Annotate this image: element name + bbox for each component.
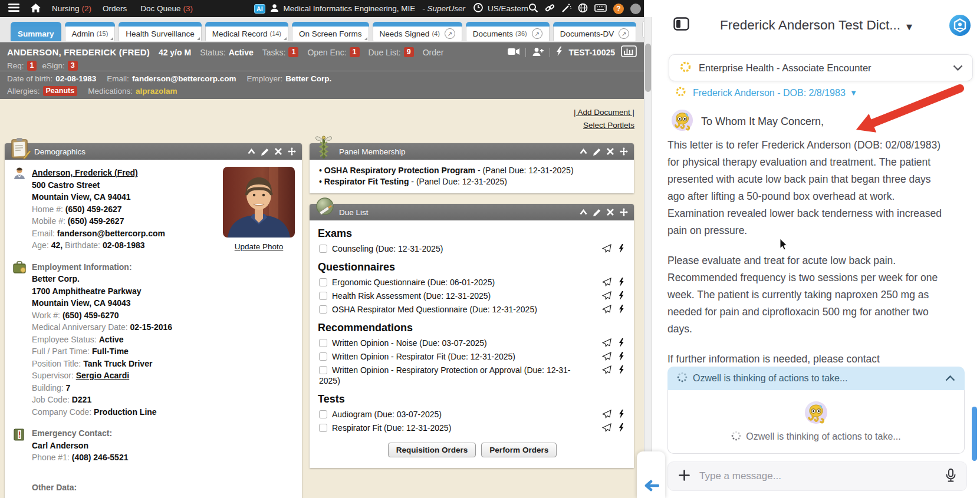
video-camera-icon[interactable] bbox=[508, 48, 519, 57]
checkbox[interactable] bbox=[319, 292, 327, 300]
move-icon[interactable] bbox=[620, 147, 628, 156]
send-order-icon[interactable] bbox=[602, 291, 611, 300]
quick-action-bolt-icon[interactable] bbox=[619, 244, 624, 253]
add-person-icon[interactable] bbox=[532, 47, 544, 58]
checkbox[interactable] bbox=[319, 424, 327, 432]
attach-plus-icon[interactable] bbox=[679, 470, 690, 483]
checkbox[interactable] bbox=[319, 366, 327, 374]
wand-icon[interactable] bbox=[561, 3, 571, 15]
quick-action-bolt-icon[interactable] bbox=[619, 338, 624, 347]
send-order-icon[interactable] bbox=[602, 410, 611, 418]
medication-value[interactable]: alprazolam bbox=[136, 87, 177, 95]
timezone-label[interactable]: US/Eastern bbox=[488, 4, 528, 13]
edit-pencil-icon[interactable] bbox=[593, 148, 601, 156]
requisition-orders-button[interactable]: Requisition Orders bbox=[388, 443, 476, 457]
main-scrollbar-thumb[interactable] bbox=[645, 44, 651, 92]
globe-icon[interactable] bbox=[578, 3, 588, 15]
order-link[interactable]: Order bbox=[423, 48, 444, 57]
external-link-icon[interactable]: ↗ bbox=[619, 28, 629, 39]
chevron-down-icon[interactable] bbox=[953, 62, 963, 74]
keyboard-icon[interactable] bbox=[594, 4, 607, 14]
send-order-icon[interactable] bbox=[602, 352, 611, 361]
ai-badge[interactable]: AI bbox=[254, 4, 265, 14]
microphone-icon[interactable] bbox=[946, 469, 956, 484]
checkbox[interactable] bbox=[319, 410, 327, 418]
add-document-link[interactable]: | Add Document | bbox=[574, 108, 634, 117]
back-arrow-icon[interactable] bbox=[643, 480, 659, 494]
edit-pencil-icon[interactable] bbox=[261, 148, 269, 156]
tab-documents-dv[interactable]: Documents-DV↗ bbox=[553, 25, 637, 41]
chevron-up-icon[interactable] bbox=[945, 373, 955, 384]
tab-medical-record[interactable]: Medical Record(14) bbox=[205, 25, 288, 41]
hamburger-menu-icon[interactable] bbox=[8, 4, 19, 14]
tab-needs-signed[interactable]: Needs Signed(4)↗ bbox=[373, 25, 462, 41]
quick-action-bolt-icon[interactable] bbox=[619, 305, 624, 314]
patient-name[interactable]: ANDERSON, FREDERICK (FRED) bbox=[7, 47, 150, 57]
quick-action-bolt-icon[interactable] bbox=[619, 291, 624, 300]
select-portlets-link[interactable]: Select Portlets bbox=[583, 121, 634, 130]
avatar[interactable] bbox=[630, 4, 641, 14]
send-order-icon[interactable] bbox=[602, 423, 611, 432]
org-name[interactable]: Medical Informatics Engineering, MIE bbox=[284, 4, 416, 13]
nav-item-nursing[interactable]: Nursing(2) bbox=[52, 4, 91, 13]
send-order-icon[interactable] bbox=[602, 338, 611, 347]
checkbox[interactable] bbox=[319, 305, 327, 314]
tab-admin[interactable]: Admin(15) bbox=[65, 25, 116, 41]
send-order-icon[interactable] bbox=[602, 244, 611, 253]
nav-item-orders[interactable]: Orders bbox=[103, 4, 129, 13]
send-order-icon[interactable] bbox=[602, 305, 611, 314]
collapse-icon[interactable] bbox=[580, 209, 587, 215]
update-photo-link[interactable]: Update Photo bbox=[235, 241, 284, 253]
search-icon[interactable] bbox=[528, 3, 538, 15]
checkbox[interactable] bbox=[319, 278, 327, 286]
lightning-bolt-icon[interactable] bbox=[556, 47, 563, 58]
close-icon[interactable] bbox=[607, 148, 614, 155]
bar-chart-icon[interactable] bbox=[621, 45, 637, 59]
panel-membership-header[interactable]: Panel Membership bbox=[310, 143, 634, 160]
tab-on-screen-forms[interactable]: On Screen Forms bbox=[292, 25, 369, 41]
external-link-icon[interactable]: ↗ bbox=[532, 28, 542, 39]
chat-input[interactable] bbox=[699, 470, 936, 482]
chat-session-title[interactable]: Frederick Anderson Test Dict...▼ bbox=[693, 18, 939, 33]
close-icon[interactable] bbox=[275, 148, 282, 155]
quick-action-bolt-icon[interactable] bbox=[619, 352, 624, 361]
quick-action-bolt-icon[interactable] bbox=[619, 365, 624, 374]
home-icon[interactable] bbox=[31, 4, 41, 14]
send-order-icon[interactable] bbox=[602, 278, 611, 286]
req-counter[interactable]: Req:1 bbox=[7, 61, 37, 71]
open-enc-counter[interactable]: Open Enc:1 bbox=[307, 47, 359, 57]
quick-action-bolt-icon[interactable] bbox=[619, 278, 624, 286]
send-order-icon[interactable] bbox=[602, 365, 611, 374]
chat-patient-context[interactable]: Frederick Anderson - DOB: 2/8/1983 ▼ bbox=[675, 85, 856, 100]
tasks-counter[interactable]: Tasks:1 bbox=[262, 47, 299, 57]
esign-counter[interactable]: eSign:3 bbox=[42, 61, 77, 71]
perform-orders-button[interactable]: Perform Orders bbox=[481, 443, 557, 457]
link-icon[interactable] bbox=[545, 3, 555, 15]
ozwell-logo[interactable] bbox=[949, 14, 971, 39]
quick-action-bolt-icon[interactable] bbox=[619, 423, 624, 432]
allergy-badge[interactable]: Peanuts bbox=[43, 86, 78, 96]
quick-action-bolt-icon[interactable] bbox=[619, 410, 624, 418]
chat-scrollbar-thumb[interactable] bbox=[972, 407, 977, 461]
external-link-icon[interactable]: ↗ bbox=[445, 28, 455, 39]
chat-collapse-tab[interactable] bbox=[637, 451, 665, 498]
thinking-collapse-header[interactable]: Ozwell is thinking of actions to take... bbox=[667, 367, 965, 390]
nav-item-doc-queue[interactable]: Doc Queue(3) bbox=[140, 4, 193, 13]
help-icon[interactable]: ? bbox=[613, 4, 624, 14]
checkbox[interactable] bbox=[319, 245, 327, 253]
checkbox[interactable] bbox=[319, 339, 327, 347]
context-card-encounter[interactable]: Enterprise Health - Associate Encounter bbox=[669, 54, 973, 81]
due-list-header[interactable]: Due List bbox=[310, 204, 634, 220]
edit-pencil-icon[interactable] bbox=[593, 209, 601, 216]
close-icon[interactable] bbox=[607, 209, 614, 216]
collapse-icon[interactable] bbox=[248, 149, 255, 154]
move-icon[interactable] bbox=[620, 208, 628, 216]
tab-summary[interactable]: Summary bbox=[11, 25, 61, 41]
tab-health-surveillance[interactable]: Health Surveillance bbox=[119, 25, 201, 41]
sidebar-toggle-icon[interactable] bbox=[673, 16, 689, 34]
tab-documents[interactable]: Documents(36)↗ bbox=[466, 25, 550, 41]
demographics-portlet-header[interactable]: Demographics bbox=[5, 143, 302, 160]
move-icon[interactable] bbox=[288, 147, 296, 156]
due-list-counter[interactable]: Due List:9 bbox=[369, 47, 414, 57]
collapse-icon[interactable] bbox=[580, 149, 587, 154]
